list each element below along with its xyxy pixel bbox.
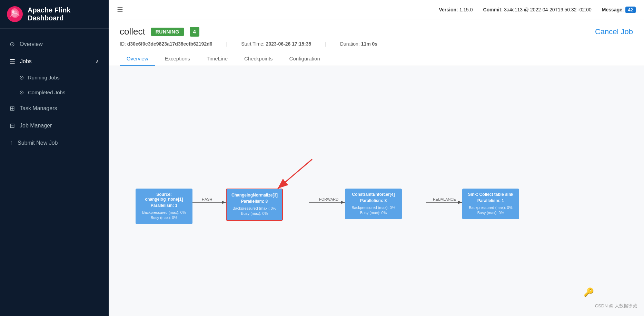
job-start-time: Start Time: 2023-06-26 17:15:35 (241, 41, 311, 47)
node1-detail: Backpressured (max): 0%Busy (max): 0% (140, 210, 188, 221)
menu-icon[interactable]: ☰ (117, 6, 123, 14)
edge-label-forward: FORWARD (319, 197, 338, 201)
duration-value: 11m 0s (361, 41, 377, 47)
start-time-value: 2023-06-26 17:15:35 (266, 41, 311, 47)
status-badge: RUNNING (151, 28, 184, 36)
sidebar-nav: ⊙ Overview ☰ Jobs ∧ ⊙ Running Jobs ⊙ Com… (0, 29, 109, 316)
node4-detail: Backpressured (max): 0%Busy (max): 0% (467, 205, 514, 216)
sidebar-item-label-overview: Overview (20, 41, 43, 47)
commit-label: Commit: (483, 7, 503, 12)
dag-node-constraint-enforcer[interactable]: ConstraintEnforcer[4] Parallelism: 8 Bac… (345, 189, 402, 219)
sidebar: Apache Flink Dashboard ⊙ Overview ☰ Jobs… (0, 0, 109, 316)
job-title-row: collect RUNNING 4 Cancel Job (120, 26, 633, 37)
tab-configuration[interactable]: Configuration (283, 52, 327, 66)
app-title: Apache Flink Dashboard (28, 6, 102, 22)
dag-node-changelog-normalize[interactable]: ChangelogNormalize[3] Parallelism: 8 Bac… (226, 189, 283, 221)
node3-detail: Backpressured (max): 0%Busy (max): 0% (350, 205, 397, 216)
sidebar-item-submit-new-job[interactable]: ↑ Submit New Job (0, 134, 109, 151)
node4-title: Sink: Collect table sink (467, 192, 514, 197)
parallelism-badge: 4 (190, 27, 199, 37)
edge-label-hash: HASH (202, 197, 212, 201)
dag-node-source[interactable]: Source: changelog_none[1] Parallelism: 1… (136, 189, 192, 224)
job-duration: Duration: 11m 0s (340, 41, 377, 47)
node1-title: Source: changelog_none[1] (140, 192, 188, 202)
tab-exceptions[interactable]: Exceptions (158, 52, 197, 66)
job-id: ID: d30e6f0c3dc9823a17d38ecfb62192d6 (120, 41, 212, 47)
overview-icon: ⊙ (10, 40, 15, 48)
cancel-job-button[interactable]: Cancel Job (595, 27, 633, 36)
version-value: 1.15.0 (459, 7, 473, 12)
sidebar-item-label-running-jobs: Running Jobs (28, 75, 60, 80)
sidebar-item-jobs[interactable]: ☰ Jobs ∧ (0, 53, 109, 70)
job-manager-icon: ⊟ (10, 122, 15, 130)
job-meta: ID: d30e6f0c3dc9823a17d38ecfb62192d6 | S… (120, 41, 633, 47)
sidebar-item-label-jobs: Jobs (20, 58, 32, 65)
start-time-label: Start Time: (241, 41, 266, 47)
topbar-info: Version: 1.15.0 Commit: 3a4c113 @ 2022-0… (439, 7, 636, 12)
sidebar-item-task-managers[interactable]: ⊞ Task Managers (0, 100, 109, 117)
tab-timeline[interactable]: TimeLine (200, 52, 235, 66)
node4-parallelism: Parallelism: 1 (467, 198, 514, 203)
sidebar-item-label-submit-new-job: Submit New Job (18, 140, 58, 146)
version-label: Version: (439, 7, 458, 12)
message-badge[interactable]: 42 (625, 7, 636, 13)
commit-value: 3a4c113 @ 2022-04-20T19:50:32+02:00 (504, 7, 592, 12)
version-info: Version: 1.15.0 (439, 7, 473, 12)
job-id-value: d30e6f0c3dc9823a17d38ecfb62192d6 (127, 41, 212, 47)
sidebar-item-job-manager[interactable]: ⊟ Job Manager (0, 117, 109, 134)
node2-parallelism: Parallelism: 8 (231, 199, 277, 204)
dag-content-area: HASH FORWARD REBALANCE Source: changelog… (109, 66, 644, 316)
dag-node-sink[interactable]: Sink: Collect table sink Parallelism: 1 … (462, 189, 519, 219)
message-info: Message: 42 (602, 7, 636, 12)
sidebar-item-running-jobs[interactable]: ⊙ Running Jobs (0, 70, 109, 85)
watermark-icon: 🔑 (584, 287, 594, 297)
sidebar-item-overview[interactable]: ⊙ Overview (0, 36, 109, 53)
node1-parallelism: Parallelism: 1 (140, 203, 188, 208)
node3-parallelism: Parallelism: 8 (350, 198, 397, 203)
topbar: ☰ Version: 1.15.0 Commit: 3a4c113 @ 2022… (109, 0, 644, 19)
svg-line-9 (278, 159, 312, 189)
sidebar-item-label-job-manager: Job Manager (20, 123, 52, 129)
watermark-text: CSDN @ 大数据徐藏 (595, 303, 637, 309)
node2-title: ChangelogNormalize[3] (231, 193, 277, 198)
job-id-label: ID: (120, 41, 127, 47)
sidebar-logo: Apache Flink Dashboard (0, 0, 109, 29)
job-name: collect (120, 26, 145, 37)
chevron-up-icon: ∧ (96, 59, 99, 64)
node2-detail: Backpressured (max): 0%Busy (max): 0% (231, 206, 277, 217)
completed-jobs-icon: ⊙ (19, 89, 24, 96)
svg-point-3 (12, 10, 14, 13)
commit-info: Commit: 3a4c113 @ 2022-04-20T19:50:32+02… (483, 7, 592, 12)
submit-job-icon: ↑ (10, 139, 13, 146)
duration-label: Duration: (340, 41, 361, 47)
edge-label-rebalance: REBALANCE (433, 197, 456, 201)
node3-title: ConstraintEnforcer[4] (350, 192, 397, 197)
tab-bar: Overview Exceptions TimeLine Checkpoints… (120, 52, 633, 66)
tab-checkpoints[interactable]: Checkpoints (237, 52, 280, 66)
sidebar-item-completed-jobs[interactable]: ⊙ Completed Jobs (0, 85, 109, 100)
jobs-icon: ☰ (10, 58, 15, 65)
sidebar-item-label-completed-jobs: Completed Jobs (28, 89, 65, 95)
dag-canvas: HASH FORWARD REBALANCE Source: changelog… (109, 66, 644, 316)
message-label: Message: (602, 7, 624, 12)
task-managers-icon: ⊞ (10, 105, 15, 112)
tab-overview[interactable]: Overview (120, 52, 155, 66)
flink-logo-icon (7, 6, 23, 22)
job-header: collect RUNNING 4 Cancel Job ID: d30e6f0… (109, 19, 644, 66)
running-jobs-icon: ⊙ (19, 74, 24, 81)
sidebar-item-label-task-managers: Task Managers (20, 105, 57, 112)
main-content: ☰ Version: 1.15.0 Commit: 3a4c113 @ 2022… (109, 0, 644, 316)
